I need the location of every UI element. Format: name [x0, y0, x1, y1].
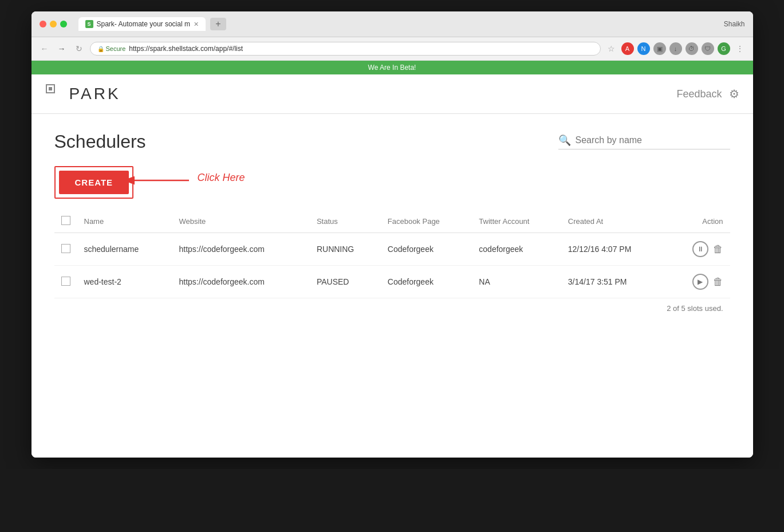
ext-icon-timer[interactable]: ⏱ — [685, 42, 698, 55]
user-label: Shaikh — [724, 20, 745, 28]
col-website: Website — [172, 210, 310, 233]
main-content: Schedulers 🔍 CREATE — [31, 114, 753, 458]
page-top: Schedulers 🔍 — [54, 131, 730, 152]
row-website: https://codeforgeek.com — [172, 233, 310, 266]
col-checkbox — [54, 210, 77, 233]
tab-bar: S Spark- Automate your social m ✕ + — [78, 17, 718, 31]
row-created: 12/12/16 4:07 PM — [561, 233, 668, 266]
bookmark-icon[interactable]: ☆ — [605, 42, 618, 55]
header-right: Feedback ⚙ — [676, 87, 739, 101]
secure-badge: 🔒 Secure — [97, 45, 126, 52]
tab-favicon: S — [85, 20, 93, 28]
logo-icon — [45, 84, 66, 104]
delete-button[interactable]: 🗑 — [713, 276, 723, 288]
delete-button[interactable]: 🗑 — [713, 243, 723, 255]
maximize-button[interactable] — [60, 21, 67, 27]
click-here-label: Click Here — [198, 172, 245, 184]
address-actions: ☆ A N ▣ ↓ ⏱ 🛡 G ⋮ — [605, 42, 746, 55]
row-twitter: codeforgeek — [472, 233, 561, 266]
row-checkbox[interactable] — [61, 244, 70, 253]
arrow-svg — [117, 169, 192, 192]
row-status: PAUSED — [310, 266, 381, 298]
row-checkbox-cell — [54, 233, 77, 266]
search-input[interactable] — [576, 135, 724, 145]
refresh-button[interactable]: ↻ — [73, 42, 85, 55]
ext-icon-dl[interactable]: ↓ — [669, 42, 682, 55]
slots-text: 2 of 5 slots used. — [54, 298, 730, 313]
table-row: schedulername https://codeforgeek.com RU… — [54, 233, 730, 266]
page-title: Schedulers — [54, 131, 146, 152]
row-checkbox-cell — [54, 266, 77, 298]
pause-button[interactable]: ⏸ — [692, 241, 708, 257]
row-status: RUNNING — [310, 233, 381, 266]
play-button[interactable]: ▶ — [692, 274, 708, 290]
row-checkbox[interactable] — [61, 277, 70, 286]
svg-rect-1 — [49, 87, 52, 90]
col-created: Created At — [561, 210, 668, 233]
row-facebook: Codeforgeek — [381, 266, 472, 298]
col-name: Name — [77, 210, 172, 233]
menu-icon[interactable]: ⋮ — [734, 42, 746, 55]
ext-icon-green[interactable]: G — [718, 42, 730, 55]
col-action: Action — [668, 210, 730, 233]
beta-banner: We Are In Beta! — [31, 61, 753, 74]
ext-icon-abp[interactable]: A — [621, 42, 634, 55]
settings-icon[interactable]: ⚙ — [729, 87, 739, 101]
ext-icon-n[interactable]: N — [637, 42, 650, 55]
ext-icon-shield[interactable]: 🛡 — [702, 42, 714, 55]
row-facebook: Codeforgeek — [381, 233, 472, 266]
minimize-button[interactable] — [50, 21, 57, 27]
row-action: ⏸ 🗑 — [668, 233, 730, 266]
select-all-checkbox[interactable] — [61, 216, 70, 225]
ext-icon-3[interactable]: ▣ — [653, 42, 666, 55]
annotation: Click Here — [192, 172, 245, 184]
row-action: ▶ 🗑 — [668, 266, 730, 298]
tab-title: Spark- Automate your social m — [97, 20, 190, 28]
row-website: https://codeforgeek.com — [172, 266, 310, 298]
col-status: Status — [310, 210, 381, 233]
row-twitter: NA — [472, 266, 561, 298]
logo-text: PARK — [69, 85, 121, 103]
back-button[interactable]: ← — [38, 42, 51, 55]
address-bar: ← → ↻ 🔒 Secure https://spark.shellstack.… — [31, 37, 753, 61]
tab-close-icon[interactable]: ✕ — [194, 21, 199, 28]
search-area: 🔍 — [558, 134, 730, 149]
col-twitter: Twitter Account — [472, 210, 561, 233]
logo: PARK — [45, 84, 121, 104]
close-button[interactable] — [40, 21, 46, 27]
table-row: wed-test-2 https://codeforgeek.com PAUSE… — [54, 266, 730, 298]
scheduler-table: Name Website Status Facebook Page Twitte… — [54, 210, 730, 298]
search-icon: 🔍 — [558, 134, 571, 147]
create-area: CREATE Click Here — [54, 166, 730, 199]
row-name: schedulername — [77, 233, 172, 266]
url-bar[interactable]: 🔒 Secure https://spark.shellstack.com/ap… — [90, 42, 601, 56]
col-facebook: Facebook Page — [381, 210, 472, 233]
url-text: https://spark.shellstack.com/app/#/list — [129, 45, 243, 53]
feedback-link[interactable]: Feedback — [676, 88, 722, 100]
row-created: 3/14/17 3:51 PM — [561, 266, 668, 298]
new-tab-button[interactable]: + — [210, 18, 226, 30]
row-name: wed-test-2 — [77, 266, 172, 298]
forward-button[interactable]: → — [56, 42, 68, 55]
traffic-lights — [40, 21, 67, 27]
active-tab[interactable]: S Spark- Automate your social m ✕ — [78, 17, 206, 31]
app-header: PARK Feedback ⚙ — [31, 74, 753, 114]
